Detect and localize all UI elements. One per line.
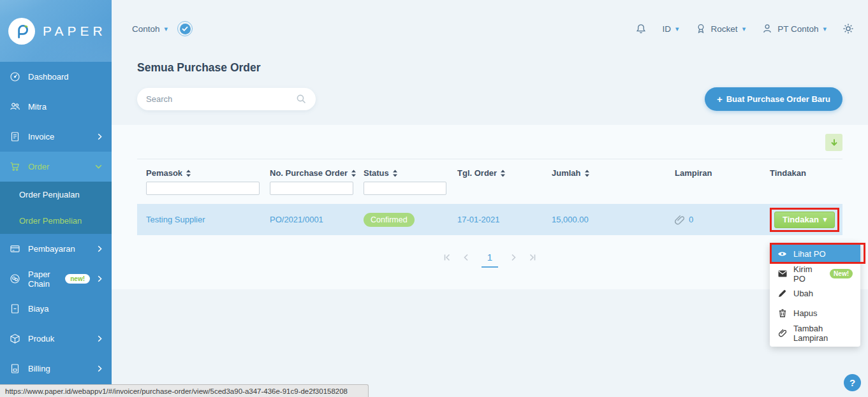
menu-item-tambah-lampiran[interactable]: Tambah Lampiran (770, 323, 860, 343)
download-export-button[interactable] (825, 134, 842, 151)
sidebar-item-label: Order (28, 162, 49, 171)
sidebar-item-label: Pembayaran (28, 244, 75, 254)
next-page-button[interactable] (510, 252, 517, 261)
table-header-row: Pemasok No. Purchase Order Status Tgl. O… (137, 168, 842, 178)
amount-value: 15,000.00 (552, 215, 589, 224)
column-header-jumlah[interactable]: Jumlah (552, 168, 646, 178)
caret-down-icon: ▾ (675, 25, 679, 32)
column-header-pemasok[interactable]: Pemasok (137, 168, 270, 178)
sidebar-item-invoice[interactable]: Invoice (0, 122, 112, 152)
plus-icon: + (717, 94, 723, 105)
menu-item-kirim-po[interactable]: Kirim PO New! (770, 264, 860, 284)
sidebar-item-produk[interactable]: Produk (0, 324, 112, 354)
sort-icon[interactable] (584, 170, 590, 177)
sidebar-item-label: Produk (28, 334, 54, 343)
filter-input-pemasok[interactable] (146, 182, 260, 195)
sidebar-item-label: Mitra (28, 102, 47, 112)
new-badge: new! (65, 274, 90, 284)
new-badge: New! (830, 269, 853, 278)
eye-icon (777, 250, 787, 257)
sidebar-item-pembayaran[interactable]: Pembayaran (0, 234, 112, 264)
notifications-button[interactable] (635, 23, 647, 34)
topbar-right: ID ▾ Rocket ▾ PT Contoh ▾ (635, 23, 854, 34)
current-page-number[interactable]: 1 (482, 252, 498, 268)
chevron-right-icon (98, 133, 102, 140)
create-purchase-order-button[interactable]: + Buat Purchase Order Baru (705, 87, 842, 111)
sort-icon[interactable] (351, 170, 357, 177)
export-row (137, 134, 842, 151)
bell-icon (635, 23, 647, 34)
sidebar-item-label: Paper Chain (28, 270, 54, 289)
chevron-right-icon (98, 365, 102, 372)
sidebar-item-order-penjualan[interactable]: Order Penjualan (0, 182, 112, 208)
sidebar: PAPER Dashboard Mitra Invoice Order Orde… (0, 0, 112, 397)
dashboard-icon (10, 71, 20, 82)
sidebar-item-biaya[interactable]: Biaya (0, 294, 112, 324)
caret-down-icon: ▾ (165, 25, 168, 32)
pagination: 1 (137, 252, 842, 268)
browser-status-bar: https://www.paper.id/webappv1/#/invoicer… (0, 384, 369, 397)
column-header-status[interactable]: Status (364, 168, 457, 178)
filter-input-no-purchase-order[interactable] (270, 182, 353, 195)
filter-input-status[interactable] (364, 182, 446, 195)
menu-item-label: Ubah (793, 289, 813, 298)
attachment-count: 0 (689, 215, 693, 224)
menu-item-label: Hapus (793, 308, 818, 318)
language-selector[interactable]: ID ▾ (663, 24, 679, 34)
sort-icon[interactable] (186, 170, 191, 177)
page-title: Semua Purchase Order (137, 61, 842, 75)
sidebar-item-billing[interactable]: Billing (0, 354, 112, 384)
plan-selector[interactable]: Rocket ▾ (695, 23, 746, 34)
caret-down-icon: ▾ (823, 25, 827, 32)
sort-icon[interactable] (392, 170, 398, 177)
account-selector[interactable]: PT Contoh ▾ (761, 23, 827, 34)
order-date: 17-01-2021 (457, 215, 500, 224)
menu-item-ubah[interactable]: Ubah (770, 284, 860, 303)
menu-item-label: Tambah Lampiran (793, 324, 853, 343)
account-label: PT Contoh (777, 24, 818, 34)
pencil-icon (777, 289, 787, 298)
attachment-cell[interactable]: 0 (675, 215, 761, 225)
search-input[interactable] (146, 94, 296, 104)
credit-card-icon (10, 243, 20, 254)
menu-item-lihat-po[interactable]: Lihat PO (770, 244, 860, 264)
caret-down-icon: ▾ (742, 25, 746, 32)
column-header-no-purchase-order[interactable]: No. Purchase Order (270, 168, 364, 178)
sidebar-item-order-pembelian[interactable]: Order Pembelian (0, 208, 112, 234)
search-row: + Buat Purchase Order Baru (137, 87, 842, 111)
po-number-link[interactable]: PO/2021/0001 (270, 215, 323, 224)
create-button-label: Buat Purchase Order Baru (726, 94, 830, 104)
sort-icon[interactable] (500, 170, 506, 177)
order-submenu: Order Penjualan Order Pembelian (0, 182, 112, 234)
first-page-button[interactable] (443, 252, 451, 261)
box-icon (10, 333, 20, 344)
previous-page-button[interactable] (462, 252, 470, 261)
language-label: ID (663, 24, 672, 34)
table-filter-row (137, 182, 842, 195)
cart-icon (10, 161, 20, 172)
chevron-right-icon (98, 275, 102, 282)
menu-item-hapus[interactable]: Hapus (770, 303, 860, 323)
sidebar-item-label: Invoice (28, 132, 54, 141)
workspace-selector[interactable]: Contoh ▾ (132, 21, 193, 36)
column-header-tgl-order[interactable]: Tgl. Order (457, 168, 552, 178)
table-row[interactable]: Testing Supplier PO/2021/0001 Confirmed … (137, 204, 842, 235)
verified-check-icon[interactable] (177, 21, 193, 36)
sidebar-item-paper-chain[interactable]: Paper Chain new! (0, 264, 112, 294)
help-button[interactable]: ? (844, 374, 861, 391)
settings-button[interactable] (842, 23, 854, 34)
search-icon (296, 94, 307, 105)
column-label: Lampiran (675, 168, 712, 178)
annotation-box-action-button: Tindakan ▾ (770, 208, 839, 232)
logo-area[interactable]: PAPER (0, 0, 112, 62)
last-page-button[interactable] (529, 252, 536, 261)
sidebar-item-order[interactable]: Order (0, 152, 112, 182)
sidebar-item-dashboard[interactable]: Dashboard (0, 62, 112, 92)
row-action-button[interactable]: Tindakan ▾ (774, 212, 835, 228)
sidebar-item-mitra[interactable]: Mitra (0, 92, 112, 122)
chevron-right-icon (98, 245, 102, 252)
paperclip-icon (777, 329, 787, 337)
supplier-link[interactable]: Testing Supplier (146, 215, 205, 224)
sidebar-item-label: Dashboard (28, 72, 69, 82)
search-box[interactable] (137, 88, 316, 110)
